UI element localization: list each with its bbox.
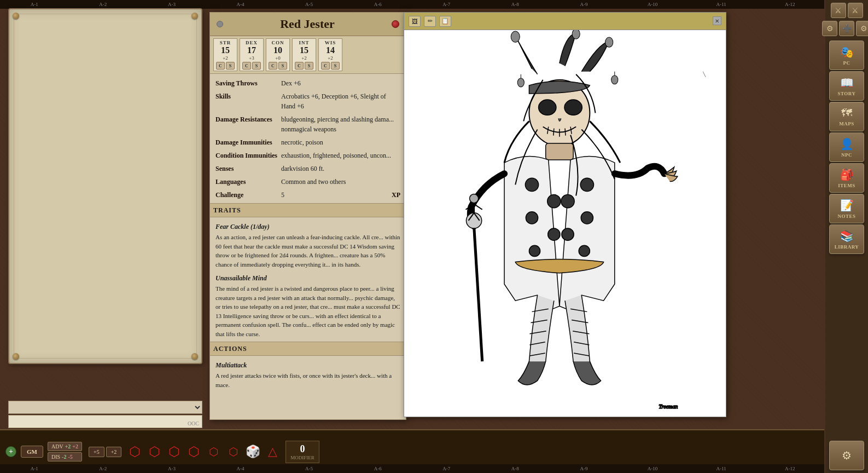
bottom-grid-a4: A-4	[206, 464, 275, 473]
svg-point-22	[580, 178, 593, 191]
sidebar-select-btn[interactable]: ⚔	[848, 3, 863, 18]
rivet-tl	[13, 13, 19, 19]
image-viewer-close-button[interactable]: ✕	[713, 16, 721, 25]
grid-label-a4: A-4	[206, 0, 275, 9]
sidebar-gear-btn2[interactable]: ⚙	[856, 21, 868, 36]
svg-point-20	[548, 228, 560, 240]
dis-label: DIS	[51, 454, 60, 460]
sidebar-npc-button[interactable]: 👤 NPC	[829, 132, 864, 162]
con-label: CON	[272, 40, 284, 45]
svg-line-14	[565, 129, 566, 136]
str-modifier: +2	[223, 55, 228, 61]
die-d6[interactable]: 🎲	[244, 443, 261, 460]
die-d4[interactable]: △	[264, 443, 281, 460]
str-label: STR	[220, 40, 231, 45]
adv-label: ADV	[51, 443, 63, 449]
modifier-value: 0	[300, 443, 305, 455]
sidebar-maps-button[interactable]: 🗺 MAPS	[829, 102, 864, 131]
senses-label: Senses	[215, 164, 281, 174]
actions-section-header: ACTIONS	[210, 342, 406, 356]
viewer-image-btn[interactable]: 🖼	[409, 16, 421, 27]
stat-int: INT 15 +2 C S	[292, 38, 316, 71]
die-d20-3[interactable]: ⬡	[165, 443, 183, 460]
image-viewer-panel: 🖼 ✏ 📋 ✕	[404, 12, 726, 417]
library-label: LIBRARY	[835, 244, 859, 250]
grid-label-a8: A-8	[481, 0, 550, 9]
items-icon: 🎒	[840, 168, 854, 181]
pc-label: PC	[843, 60, 850, 66]
npc-icon: 👤	[840, 137, 854, 151]
challenge-value: 5	[281, 190, 384, 200]
int-check-btn[interactable]: C	[295, 62, 304, 70]
sidebar-roll-btn[interactable]: ⚔	[831, 3, 846, 18]
grid-label-a11: A-11	[687, 0, 756, 9]
str-save-btn[interactable]: S	[226, 62, 235, 70]
char-sheet-close-button[interactable]	[392, 20, 399, 28]
con-save-btn[interactable]: S	[278, 62, 287, 70]
svg-point-6	[517, 78, 524, 87]
sidebar-gear-btn1[interactable]: ⚙	[822, 21, 837, 36]
rivet-bl	[13, 353, 19, 360]
pc-icon: 🎭	[840, 45, 854, 59]
int-save-btn[interactable]: S	[305, 62, 313, 70]
advantage-button[interactable]: ADV +2 +2	[48, 442, 82, 451]
multiattack-title: Multiattack	[215, 360, 400, 370]
story-icon: 📖	[840, 76, 854, 89]
sidebar-settings-button[interactable]: ⚙	[829, 441, 864, 470]
add-token-button[interactable]: +	[5, 446, 16, 457]
die-d10[interactable]: ⬡	[205, 443, 222, 460]
wis-label: WIS	[325, 40, 336, 45]
stat-con: CON 10 +0 C S	[266, 38, 290, 71]
notes-icon: 📝	[840, 199, 854, 212]
grid-label-a6: A-6	[343, 0, 412, 9]
con-check-btn[interactable]: C	[269, 62, 277, 70]
die-d20-2[interactable]: ⬡	[145, 443, 163, 460]
grid-label-a10: A-10	[618, 0, 687, 9]
svg-line-12	[554, 129, 554, 136]
dice-area: ⬡ ⬡ ⬡ ⬡ ⬡ ⬡ 🎲 △	[126, 443, 281, 460]
str-check-btn[interactable]: C	[216, 62, 225, 70]
svg-point-4	[611, 76, 618, 84]
adv-dis-buttons: ADV +2 +2 DIS -2 -5	[48, 442, 82, 462]
wis-check-btn[interactable]: C	[321, 62, 330, 70]
grid-label-a5: A-5	[275, 0, 343, 9]
languages-row: Languages Common and two others	[215, 177, 400, 187]
dex-save-btn[interactable]: S	[252, 62, 261, 70]
viewer-copy-btn[interactable]: 📋	[439, 16, 451, 27]
sidebar-library-button[interactable]: 📚 LIBRARY	[829, 224, 864, 254]
grid-label-a2: A-2	[69, 0, 138, 9]
damage-resistances-label: Damage Resistances	[215, 114, 281, 124]
sidebar-items-button[interactable]: 🎒 ITEMS	[829, 163, 864, 193]
sidebar-pc-button[interactable]: 🎭 PC	[829, 41, 864, 70]
condition-immunities-value: exhaustion, frightened, poisoned, uncon.…	[281, 151, 400, 160]
damage-immunities-value: necrotic, poison	[281, 137, 400, 147]
fear-cackle-title: Fear Cackle (1/day)	[215, 222, 400, 232]
plus5-button[interactable]: +5	[89, 447, 104, 457]
disadvantage-button[interactable]: DIS -2 -5	[48, 452, 82, 462]
plus2-button[interactable]: +2	[106, 447, 122, 457]
bottom-grid-labels: A-1 A-2 A-3 A-4 A-5 A-6 A-7 A-8 A-9 A-10…	[0, 464, 824, 473]
dex-label: DEX	[246, 40, 258, 45]
chat-channel-dropdown[interactable]	[8, 401, 202, 414]
die-d8[interactable]: ⬡	[224, 443, 242, 460]
items-label: ITEMS	[838, 183, 855, 188]
dis-plus-value: -2	[62, 454, 66, 460]
chat-input[interactable]	[8, 415, 202, 428]
die-d20-1[interactable]: ⬡	[126, 443, 143, 460]
dex-modifier: +3	[249, 55, 254, 61]
wis-save-btn[interactable]: S	[331, 62, 340, 70]
svg-text:Treeman: Treeman	[659, 403, 678, 409]
sidebar-story-button[interactable]: 📖 STORY	[829, 71, 864, 101]
viewer-draw-btn[interactable]: ✏	[424, 16, 436, 27]
die-d12[interactable]: ⬡	[185, 443, 202, 460]
svg-point-3	[605, 37, 613, 47]
grid-label-a1: A-1	[0, 0, 69, 9]
chat-area: OOC	[8, 401, 202, 428]
sidebar-plus-btn[interactable]: ➕	[839, 21, 854, 36]
right-sidebar: ⚔ ⚔ ⚙ ➕ ⚙ 🎭 PC 📖 STORY 🗺 MAPS 👤 NPC 🎒 IT…	[825, 0, 868, 473]
sidebar-notes-button[interactable]: 📝 NOTES	[829, 194, 864, 223]
dex-check-btn[interactable]: C	[242, 62, 251, 70]
unassailable-mind-title: Unassailable Mind	[215, 273, 400, 283]
stats-row: STR 15 +2 C S DEX 17 +3 C S CON 10 +0 C …	[210, 36, 406, 74]
bottom-grid-a11: A-11	[687, 464, 756, 473]
